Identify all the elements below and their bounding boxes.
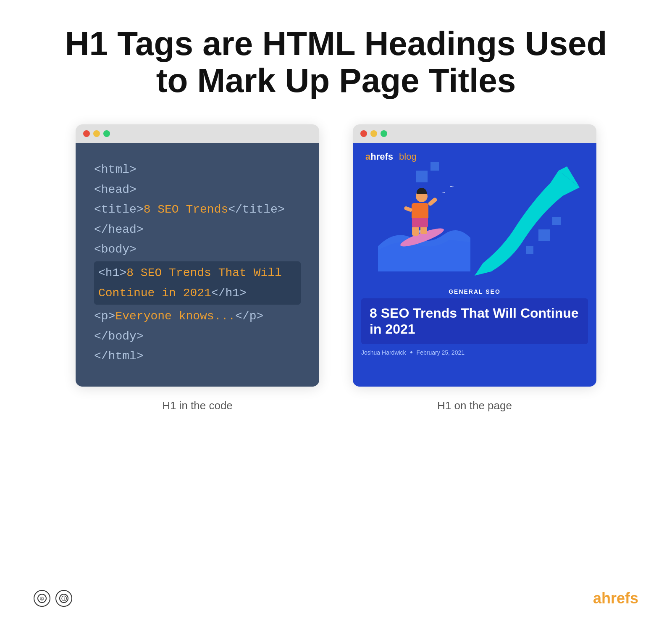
- blog-logo-header: ahrefs blog: [353, 143, 596, 162]
- footer: © ⓘ ahrefs: [34, 581, 638, 607]
- blog-dot-red: [360, 130, 367, 137]
- code-panel-caption: H1 in the code: [162, 399, 233, 412]
- code-browser-window: <html> <head> <title>8 SEO Trends</title…: [76, 124, 319, 387]
- blog-author: Joshua Hardwick: [361, 349, 406, 356]
- svg-text:©: ©: [40, 596, 44, 602]
- dot-green: [103, 130, 110, 137]
- blog-dot-green: [381, 130, 387, 137]
- creative-commons-svg: ©: [37, 594, 47, 603]
- code-line-h1: <h1>8 SEO Trends That Will Continue in 2…: [94, 261, 301, 305]
- blog-browser-window: ahrefs blog: [353, 124, 596, 387]
- code-panel-wrapper: <html> <head> <title>8 SEO Trends</title…: [76, 124, 319, 412]
- code-line-p: <p>Everyone knows...</p>: [94, 306, 301, 326]
- blog-category: GENERAL SEO: [353, 288, 596, 295]
- blog-panel-caption: H1 on the page: [437, 399, 512, 412]
- footer-brand-rest: hrefs: [601, 590, 638, 607]
- dot-yellow: [93, 130, 100, 137]
- info-icon: ⓘ: [55, 590, 72, 607]
- svg-text:ⓘ: ⓘ: [61, 595, 67, 602]
- code-line-body-open: <body>: [94, 240, 301, 260]
- arrow-illustration: [458, 162, 584, 280]
- code-browser-content: <html> <head> <title>8 SEO Trends</title…: [76, 143, 319, 387]
- code-line-title: <title>8 SEO Trends</title>: [94, 200, 301, 220]
- info-svg: ⓘ: [59, 594, 68, 603]
- blog-logo: ahrefs: [365, 151, 393, 162]
- blog-post-title: 8 SEO Trends That Will Continue in 2021: [370, 305, 580, 337]
- footer-icons: © ⓘ: [34, 590, 72, 607]
- code-line-html-open: <html>: [94, 160, 301, 180]
- blog-browser-content: ahrefs blog: [353, 143, 596, 387]
- cc-icon: ©: [34, 590, 50, 607]
- code-browser-bar: [76, 124, 319, 143]
- blog-dot-yellow: [370, 130, 377, 137]
- blog-panel-wrapper: ahrefs blog: [353, 124, 596, 412]
- bird-1: ~: [450, 183, 454, 191]
- blog-date: February 25, 2021: [417, 349, 465, 356]
- blog-post-title-block: 8 SEO Trends That Will Continue in 2021: [361, 298, 588, 344]
- logo-a: a: [365, 151, 370, 162]
- surfer-illustration: ~ ~: [378, 179, 462, 271]
- code-line-head-open: <head>: [94, 180, 301, 200]
- page-title: H1 Tags are HTML Headings Used to Mark U…: [63, 25, 609, 99]
- footer-brand-a: a: [593, 590, 601, 607]
- dot-red: [83, 130, 90, 137]
- footer-brand: ahrefs: [593, 590, 638, 607]
- meta-separator: [410, 351, 412, 353]
- surfer-body: [407, 190, 428, 236]
- code-line-body-close: </body>: [94, 326, 301, 347]
- bird-2: ~: [442, 190, 445, 195]
- blog-illustration: ~ ~: [365, 162, 584, 288]
- logo-rest: hrefs: [370, 151, 393, 162]
- panels-row: <html> <head> <title>8 SEO Trends</title…: [34, 124, 638, 412]
- blog-browser-bar: [353, 124, 596, 143]
- code-line-html-close: </html>: [94, 346, 301, 366]
- blog-meta: Joshua Hardwick February 25, 2021: [353, 344, 596, 364]
- logo-blog-word: blog: [399, 151, 417, 162]
- code-line-head-close: </head>: [94, 220, 301, 240]
